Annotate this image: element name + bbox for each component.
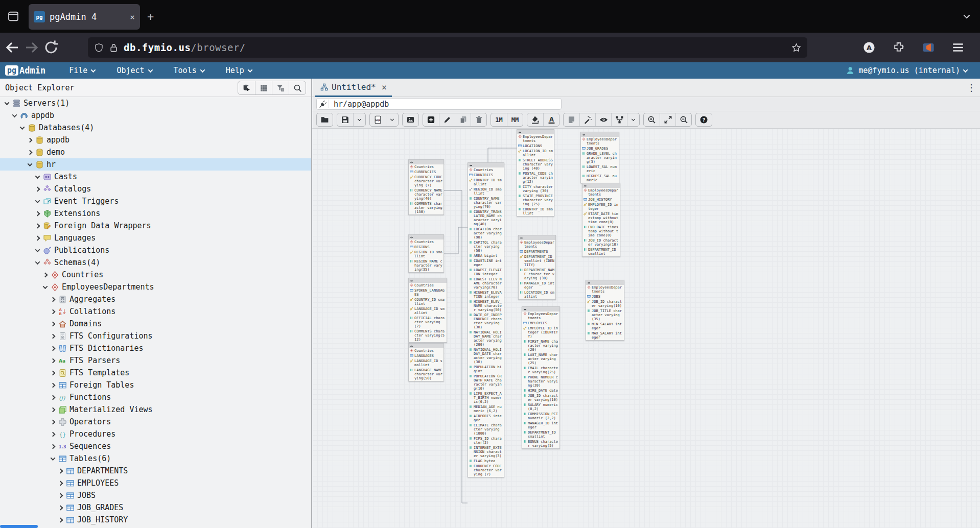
tab-close-icon[interactable]: × (130, 12, 135, 22)
eye-icon[interactable] (410, 161, 413, 164)
chevron-right-icon[interactable] (51, 382, 56, 388)
save-menu-button[interactable] (353, 113, 365, 126)
tree-item-schemas-4[interactable]: Schemas(4) (0, 256, 311, 269)
erd-table-job-grades[interactable]: EmployeesDepartmentsJOB_GRADESGRADE_LEVE… (580, 132, 619, 183)
chevron-right-icon[interactable] (51, 358, 56, 363)
show-details-button[interactable] (595, 113, 611, 126)
filter-rows-button[interactable] (272, 81, 289, 94)
chevron-down-icon[interactable] (5, 100, 10, 105)
erd-tab[interactable]: Untitled* × (315, 79, 392, 97)
profile-icon[interactable] (922, 41, 935, 54)
erd-canvas[interactable]: CountriesCURRENCIESCURRENCY_CODE charact… (312, 129, 980, 528)
tree-item-fts-configurations[interactable]: FTS Configurations (0, 330, 311, 342)
chevron-right-icon[interactable] (51, 321, 56, 326)
tree-item-departments[interactable]: DEPARTMENTS (0, 465, 311, 477)
tree-item-job-history[interactable]: JOB_HISTORY (0, 514, 311, 526)
cardinality-notation-button[interactable] (611, 113, 627, 126)
tree-horizontal-scrollbar[interactable] (0, 525, 38, 528)
list-all-tabs-icon[interactable] (962, 11, 972, 21)
chevron-down-icon[interactable] (20, 125, 25, 130)
add-table-button[interactable] (423, 113, 439, 126)
edit-table-button[interactable] (439, 113, 455, 126)
chevron-right-icon[interactable] (51, 309, 56, 314)
erd-table-header[interactable] (409, 344, 444, 348)
menu-tools[interactable]: Tools (174, 66, 204, 75)
open-project-button[interactable] (317, 113, 333, 126)
chevron-right-icon[interactable] (35, 211, 40, 216)
tree-item-employeesdepartments[interactable]: EmployeesDepartments (0, 281, 311, 293)
erd-table-departments[interactable]: EmployeesDepartmentsDEPARTMENTSDEPARTMEN… (518, 235, 556, 300)
tree-item-foreign-tables[interactable]: Foreign Tables (0, 379, 311, 391)
tree-item-catalogs[interactable]: Catalogs (0, 183, 311, 195)
eye-icon[interactable] (410, 236, 413, 239)
tree-item-languages[interactable]: Languages (0, 232, 311, 244)
view-data-button[interactable] (255, 81, 272, 94)
forward-button[interactable] (24, 39, 40, 56)
erd-tab-close-icon[interactable]: × (382, 82, 387, 92)
download-image-button[interactable] (403, 113, 418, 126)
eye-icon[interactable] (587, 281, 591, 284)
tree-item-casts[interactable]: Casts (0, 171, 311, 183)
chevron-down-icon[interactable] (43, 284, 48, 289)
erd-table-header[interactable] (519, 235, 555, 240)
tree-item-locations[interactable]: LOCATIONS (0, 526, 311, 528)
generate-sql-button[interactable]: SQL (370, 113, 386, 126)
chevron-down-icon[interactable] (12, 112, 17, 117)
tree-item-appdb[interactable]: appdb (0, 134, 311, 146)
erd-table-currencies[interactable]: CountriesCURRENCIESCURRENCY_CODE charact… (408, 159, 444, 215)
zoom-in-button[interactable] (644, 113, 660, 126)
menu-hamburger-icon[interactable] (951, 41, 965, 54)
search-objects-button[interactable] (289, 81, 306, 94)
tree-item-servers-1[interactable]: Servers(1) (0, 97, 311, 109)
eye-icon[interactable] (582, 133, 586, 136)
chevron-right-icon[interactable] (58, 517, 63, 522)
tree-item-functions[interactable]: (ƒ)Functions (0, 391, 311, 403)
tree-item-procedures[interactable]: {}Procedures (0, 428, 311, 440)
many-to-many-button[interactable]: MM (507, 113, 523, 126)
chevron-down-icon[interactable] (35, 259, 40, 265)
user-menu[interactable]: me@fymio.us (internal) (846, 62, 967, 79)
zoom-out-button[interactable] (675, 113, 691, 126)
tree-item-countries[interactable]: Countries (0, 269, 311, 281)
chevron-right-icon[interactable] (43, 272, 48, 277)
chevron-right-icon[interactable] (51, 431, 56, 437)
chevron-right-icon[interactable] (51, 395, 56, 400)
erd-table-languages[interactable]: CountriesLANGUAGESLANGUAGE_ID smallintLA… (408, 343, 444, 381)
tree-item-appdb[interactable]: appdb (0, 109, 311, 122)
panel-options-kebab-icon[interactable]: ⋮ (967, 82, 976, 93)
eye-icon[interactable] (469, 164, 473, 167)
erd-table-header[interactable] (409, 278, 447, 283)
extensions-puzzle-icon[interactable] (892, 41, 905, 54)
erd-table-header[interactable] (409, 160, 444, 164)
zoom-to-fit-button[interactable] (660, 113, 675, 126)
tree-item-foreign-data-wrappers[interactable]: Foreign Data Wrappers (0, 220, 311, 232)
tree-item-fts-dictionaries[interactable]: FTS Dictionaries (0, 342, 311, 354)
tree-item-databases-4[interactable]: Databases(4) (0, 122, 311, 134)
eye-icon[interactable] (584, 184, 587, 187)
sql-menu-button[interactable] (386, 113, 398, 126)
chevron-right-icon[interactable] (58, 493, 63, 498)
tree-item-materialized-views[interactable]: Materialized Views (0, 403, 311, 416)
auto-align-button[interactable] (579, 113, 595, 126)
firefox-view-icon[interactable] (7, 10, 19, 22)
tree-item-publications[interactable]: Publications (0, 244, 311, 256)
tree-item-employees[interactable]: EMPLOYEES (0, 477, 311, 489)
tree-item-sequences[interactable]: 1.3Sequences (0, 440, 311, 452)
erd-table-locations[interactable]: EmployeesDepartmentsLOCATIONSLOCATION_ID… (517, 129, 554, 217)
notation-menu-button[interactable] (627, 113, 639, 126)
chevron-right-icon[interactable] (28, 150, 33, 155)
menu-help[interactable]: Help (226, 66, 252, 75)
tree-item-domains[interactable]: Domains (0, 318, 311, 330)
chevron-right-icon[interactable] (51, 407, 56, 412)
menu-object[interactable]: Object (116, 66, 152, 75)
chevron-right-icon[interactable] (58, 481, 63, 486)
chevron-right-icon[interactable] (35, 186, 40, 191)
shield-icon[interactable] (94, 43, 104, 53)
chevron-down-icon[interactable] (28, 161, 33, 166)
tree-item-demo[interactable]: demo (0, 146, 311, 158)
chevron-right-icon[interactable] (51, 370, 56, 375)
connect-database-button[interactable] (238, 81, 255, 94)
one-to-many-button[interactable]: 1M (491, 113, 507, 126)
erd-table-header[interactable] (522, 307, 559, 311)
connection-selector[interactable]: hr/app@appdb (316, 98, 562, 110)
